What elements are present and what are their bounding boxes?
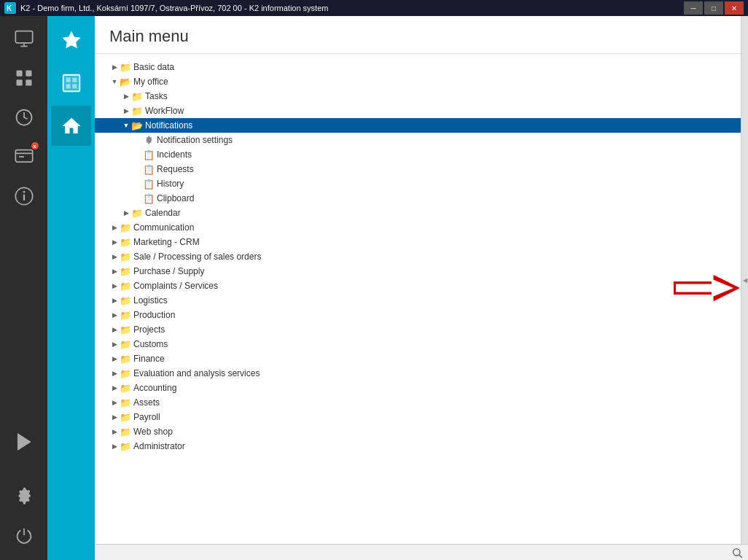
bottom-bar: [95, 544, 748, 560]
folder-icon: 📁: [120, 310, 131, 320]
tree-item-tasks[interactable]: ▶ 📁 Tasks: [95, 89, 748, 104]
expand-arrow[interactable]: ▶: [121, 91, 131, 101]
tree-item-marketing[interactable]: ▶ 📁 Marketing - CRM: [95, 235, 748, 249]
sidebar-icon-media[interactable]: [5, 423, 43, 461]
expand-arrow[interactable]: ▶: [109, 383, 120, 393]
tree-item-calendar[interactable]: ▶ 📁 Calendar: [95, 206, 748, 220]
tree-item-production[interactable]: ▶ 📁 Production: [95, 308, 748, 322]
sidebar-icon-history[interactable]: [5, 98, 43, 136]
expand-arrow[interactable]: ▼: [121, 120, 131, 131]
window-controls: ─ □ ✕: [684, 1, 744, 15]
tree-item-webshop[interactable]: ▶ 📁 Web shop: [95, 424, 748, 439]
folder-icon: 📋: [143, 179, 155, 189]
expand-arrow[interactable]: ▼: [109, 77, 120, 87]
app-icon: K: [4, 2, 16, 14]
sidebar-icon-monitor[interactable]: [5, 20, 43, 58]
sidebar-icon-power[interactable]: [5, 516, 43, 554]
expand-arrow[interactable]: ▶: [109, 252, 120, 262]
collapse-handle[interactable]: ◀: [741, 16, 748, 544]
tree-item-accounting[interactable]: ▶ 📁 Accounting: [95, 381, 748, 395]
tree-item-my-office[interactable]: ▼ 📂 My office: [95, 74, 748, 89]
svg-rect-20: [72, 77, 77, 82]
sidebar-icon-settings[interactable]: [5, 477, 43, 515]
expand-arrow[interactable]: ▶: [109, 427, 120, 437]
tree-item-basic-data[interactable]: ▶ 📁 Basic data: [95, 60, 748, 74]
item-label: Incidents: [157, 149, 192, 160]
tree-item-payroll[interactable]: ▶ 📁 Payroll: [95, 410, 748, 424]
svg-rect-10: [15, 150, 32, 162]
minimize-button[interactable]: ─: [684, 1, 703, 15]
svg-rect-22: [72, 84, 77, 88]
expand-arrow[interactable]: ▶: [121, 208, 131, 218]
folder-icon: 📁: [120, 222, 131, 233]
expand-arrow[interactable]: ▶: [109, 368, 120, 378]
tree-item-notifications[interactable]: ▼ 📂 Notifications: [95, 118, 748, 133]
tree-item-communication[interactable]: ▶ 📁 Communication: [95, 220, 748, 235]
expand-arrow[interactable]: ▶: [109, 310, 120, 320]
tree-item-complaints[interactable]: ▶ 📁 Complaints / Services: [95, 279, 748, 293]
expand-arrow[interactable]: ▶: [121, 106, 131, 116]
nav-btn-desktop[interactable]: [51, 63, 91, 103]
tree-item-clipboard[interactable]: ▶ 📋 Clipboard: [95, 191, 748, 206]
tree-container[interactable]: ▶ 📁 Basic data ▼ 📂 My office ▶ 📁 Tasks ▶…: [95, 54, 748, 544]
expand-arrow[interactable]: ▶: [109, 441, 120, 451]
folder-icon: 📁: [131, 91, 143, 101]
item-label: WorkFlow: [145, 106, 184, 116]
tree-item-history[interactable]: ▶ 📋 History: [95, 176, 748, 191]
item-label: Calendar: [145, 208, 181, 218]
tree-item-administrator[interactable]: ▶ 📁 Administrator: [95, 439, 748, 454]
tree-item-purchase[interactable]: ▶ 📁 Purchase / Supply: [95, 264, 748, 279]
tree-item-customs[interactable]: ▶ 📁 Customs: [95, 337, 748, 351]
item-label: Finance: [133, 354, 165, 364]
tree-item-sale[interactable]: ▶ 📁 Sale / Processing of sales orders: [95, 249, 748, 264]
nav-btn-favorites[interactable]: [51, 20, 91, 60]
item-label: Basic data: [133, 62, 174, 72]
svg-point-15: [23, 191, 25, 193]
tree-item-requests[interactable]: ▶ 📋 Requests: [95, 162, 748, 176]
sidebar-icon-info[interactable]: [5, 177, 43, 215]
item-label: Sale / Processing of sales orders: [133, 252, 261, 262]
main-content: Main menu ▶ 📁 Basic data ▼ 📂 My office ▶…: [95, 16, 748, 560]
expand-arrow[interactable]: ▶: [109, 354, 120, 364]
svg-marker-17: [62, 31, 80, 48]
item-label: Notifications: [145, 120, 192, 131]
sidebar-icon-messages[interactable]: x: [5, 138, 43, 176]
tree-item-assets[interactable]: ▶ 📁 Assets: [95, 395, 748, 410]
nav-btn-home[interactable]: [51, 106, 91, 146]
expand-arrow[interactable]: ▶: [109, 281, 120, 291]
expand-arrow[interactable]: ▶: [109, 295, 120, 306]
folder-icon: 📋: [143, 164, 155, 174]
expand-arrow[interactable]: ▶: [109, 266, 120, 276]
tree-item-incidents[interactable]: ▶ 📋 Incidents: [95, 147, 748, 162]
folder-icon: 📁: [131, 106, 143, 116]
close-button[interactable]: ✕: [725, 1, 744, 15]
expand-arrow[interactable]: ▶: [109, 237, 120, 247]
maximize-button[interactable]: □: [704, 1, 723, 15]
expand-arrow[interactable]: ▶: [109, 397, 120, 408]
folder-icon: 📁: [120, 412, 131, 422]
search-button[interactable]: [730, 545, 744, 560]
folder-icon: 📁: [120, 368, 131, 378]
folder-icon: 📁: [131, 208, 143, 218]
tree-item-evaluation[interactable]: ▶ 📁 Evaluation and analysis services: [95, 366, 748, 381]
svg-line-26: [739, 555, 742, 558]
tree-item-notification-settings[interactable]: ▶ Notification settings: [95, 133, 748, 147]
expand-arrow[interactable]: ▶: [109, 222, 120, 233]
expand-arrow[interactable]: ▶: [109, 62, 120, 72]
item-label: Evaluation and analysis services: [133, 368, 260, 378]
expand-arrow[interactable]: ▶: [109, 339, 120, 349]
folder-icon: 📁: [120, 295, 131, 306]
sidebar-icon-grid[interactable]: [5, 59, 43, 97]
right-arrow-indicator: [674, 272, 739, 305]
expand-arrow[interactable]: ▶: [109, 324, 120, 335]
item-label: Marketing - CRM: [133, 237, 200, 247]
tree-item-logistics[interactable]: ▶ 📁 Logistics: [95, 293, 748, 308]
titlebar: K K2 - Demo firm, Ltd., Koksární 1097/7,…: [0, 0, 748, 16]
expand-arrow[interactable]: ▶: [109, 412, 120, 422]
tree-item-finance[interactable]: ▶ 📁 Finance: [95, 351, 748, 366]
tree-item-workflow[interactable]: ▶ 📁 WorkFlow: [95, 104, 748, 118]
app-container: x: [0, 16, 748, 560]
tree-item-projects[interactable]: ▶ 📁 Projects: [95, 322, 748, 337]
folder-icon: 📁: [120, 383, 131, 393]
svg-rect-6: [26, 71, 31, 77]
